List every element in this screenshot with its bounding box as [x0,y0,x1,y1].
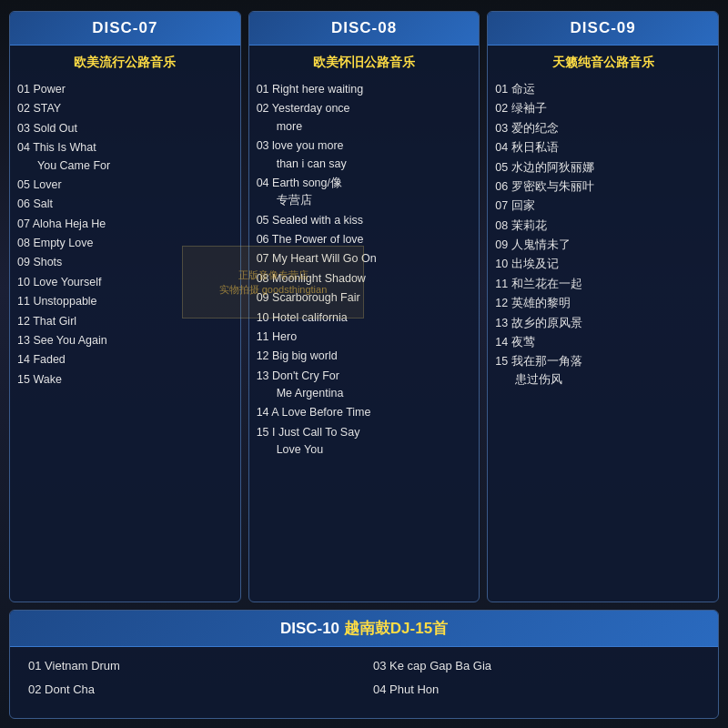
list-item: 14 Faded [17,350,233,369]
list-item: 04 This Is WhatYou Came For [17,138,233,176]
list-item: 10 Hotel california [257,308,472,328]
disc-10-tracklist: 01 Vietnam Drum 03 Ke cap Gap Ba Gia 02 … [10,647,718,709]
list-item: 05 水边的阿狄丽娜 [495,158,711,177]
list-item: 04 秋日私语 [495,138,711,157]
list-item: 01 Vietnam Drum [28,656,355,676]
list-item: 13 See You Again [17,331,233,350]
list-item: 13 Don't Cry ForMe Argentina [257,367,472,404]
list-item: 08 茉莉花 [495,217,711,236]
list-item: 02 STAY [17,99,233,118]
list-item: 02 绿袖子 [495,99,711,118]
list-item: 03 love you morethan i can say [257,136,472,174]
disc-07-header: DISC-07 [10,12,240,46]
list-item: 05 Lover [17,176,233,195]
disc-08-subtitle: 欧美怀旧公路音乐 [249,51,480,76]
list-item: 10 Love Yourself [17,273,233,292]
list-item: 15 I Just Call To SayLove You [257,423,472,460]
disc-08-column: DISC-08 欧美怀旧公路音乐 01 Right here waiting 0… [248,11,480,602]
disc-09-subtitle: 天籁纯音公路音乐 [488,51,718,76]
list-item: 11 Hero [257,328,472,347]
list-item: 08 Empty Love [17,234,233,253]
list-item: 12 Big big world [257,347,472,366]
list-item: 08 Moonlight Shadow [257,269,472,288]
list-item: 12 英雄的黎明 [495,294,711,313]
disc-07-column: DISC-07 欧美流行公路音乐 01 Power 02 STAY 03 Sol… [9,11,241,602]
disc-09-title: DISC-09 [571,19,636,36]
list-item: 04 Earth song/像专营店 [257,174,472,211]
disc-07-tracklist: 01 Power 02 STAY 03 Sold Out 04 This Is … [10,80,240,389]
list-item: 02 Yesterday oncemore [257,99,472,136]
list-item: 14 夜莺 [495,333,711,352]
list-item: 09 Shots [17,253,233,272]
list-item: 15 我在那一角落患过伤风 [495,352,711,389]
list-item: 03 Sold Out [17,119,233,138]
top-section: DISC-07 欧美流行公路音乐 01 Power 02 STAY 03 Sol… [9,11,719,602]
list-item: 01 Right here waiting [257,80,472,99]
list-item: 13 故乡的原风景 [495,314,711,333]
list-item: 14 A Love Before Time [257,403,472,422]
list-item: 09 Scarborough Fair [257,288,472,308]
disc-08-title: DISC-08 [331,19,397,36]
list-item: 02 Dont Cha [28,680,355,700]
list-item: 05 Sealed with a kiss [257,211,472,230]
list-item: 09 人鬼情未了 [495,236,711,255]
list-item: 01 Power [17,80,233,99]
list-item: 03 Ke cap Gap Ba Gia [373,656,700,676]
list-item: 11 和兰花在一起 [495,275,711,294]
list-item: 11 Unstoppable [17,292,233,311]
disc-09-tracklist: 01 命运 02 绿袖子 03 爱的纪念 04 秋日私语 05 水边的阿狄丽娜 … [488,80,718,389]
list-item: 06 Salt [17,195,233,214]
disc-09-column: DISC-09 天籁纯音公路音乐 01 命运 02 绿袖子 03 爱的纪念 04… [487,11,719,602]
list-item: 07 My Heart Will Go On [257,249,472,268]
disc-10-title-chinese: 越南鼓DJ-15首 [344,620,448,637]
disc-09-header: DISC-09 [488,12,718,46]
list-item: 06 罗密欧与朱丽叶 [495,177,711,197]
disc-07-subtitle: 欧美流行公路音乐 [10,51,240,76]
list-item: 03 爱的纪念 [495,119,711,138]
disc-08-tracklist: 01 Right here waiting 02 Yesterday oncem… [249,80,480,460]
disc-10-section: DISC-10 越南鼓DJ-15首 01 Vietnam Drum 03 Ke … [9,610,719,719]
disc-10-title-prefix: DISC-10 [280,620,344,637]
list-item: 07 Aloha Heja He [17,215,233,234]
main-container: DISC-07 欧美流行公路音乐 01 Power 02 STAY 03 Sol… [0,0,728,728]
disc-07-title: DISC-07 [92,19,157,36]
disc-10-header: DISC-10 越南鼓DJ-15首 [10,611,718,647]
list-item: 15 Wake [17,370,233,389]
list-item: 07 回家 [495,197,711,216]
list-item: 10 出埃及记 [495,255,711,274]
disc-08-header: DISC-08 [249,12,480,46]
list-item: 06 The Power of love [257,230,472,249]
list-item: 01 命运 [495,80,711,99]
list-item: 04 Phut Hon [373,680,700,700]
list-item: 12 That Girl [17,312,233,331]
